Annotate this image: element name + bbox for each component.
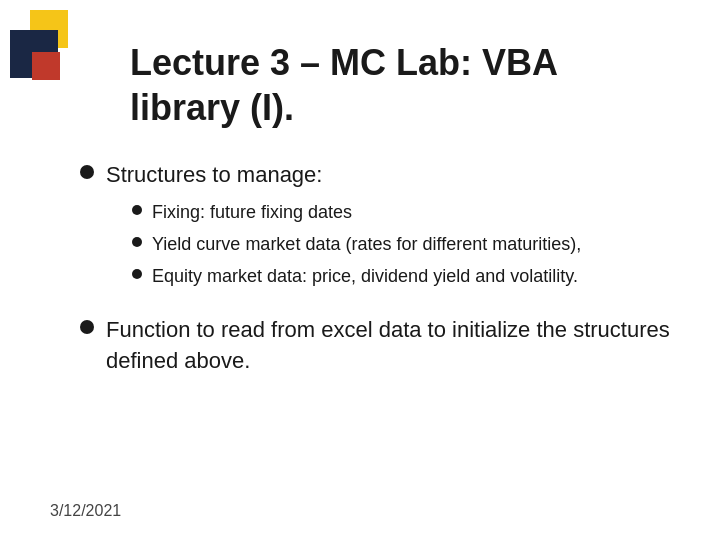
bullet-1-dot xyxy=(80,165,94,179)
date-text: 3/12/2021 xyxy=(50,502,121,519)
sub-bullets: Fixing: future fixing dates Yield curve … xyxy=(132,199,581,289)
slide-title: Lecture 3 – MC Lab: VBA library (I). xyxy=(130,40,670,130)
title-block: Lecture 3 – MC Lab: VBA library (I). xyxy=(130,40,670,130)
red-square xyxy=(32,52,60,80)
bullet-2: Function to read from excel data to init… xyxy=(80,315,670,377)
bullet-1-content: Structures to manage: Fixing: future fix… xyxy=(106,160,581,295)
title-line2: library (I). xyxy=(130,87,294,128)
date-footer: 3/12/2021 xyxy=(50,502,121,520)
decorative-squares xyxy=(0,0,90,110)
sub-bullet-2: Yield curve market data (rates for diffe… xyxy=(132,231,581,257)
sub-bullet-2-text: Yield curve market data (rates for diffe… xyxy=(152,231,581,257)
bullet-2-dot xyxy=(80,320,94,334)
slide-container: Lecture 3 – MC Lab: VBA library (I). Str… xyxy=(0,0,720,540)
sub-bullet-1: Fixing: future fixing dates xyxy=(132,199,581,225)
title-line1: Lecture 3 – MC Lab: VBA xyxy=(130,42,558,83)
bullet-1: Structures to manage: Fixing: future fix… xyxy=(80,160,670,295)
sub-bullet-2-dot xyxy=(132,237,142,247)
bullet-1-label: Structures to manage: xyxy=(106,160,581,191)
bullet-2-text: Function to read from excel data to init… xyxy=(106,315,670,377)
sub-bullet-1-dot xyxy=(132,205,142,215)
content-area: Structures to manage: Fixing: future fix… xyxy=(80,160,670,377)
sub-bullet-3-text: Equity market data: price, dividend yiel… xyxy=(152,263,578,289)
sub-bullet-3-dot xyxy=(132,269,142,279)
sub-bullet-1-text: Fixing: future fixing dates xyxy=(152,199,352,225)
sub-bullet-3: Equity market data: price, dividend yiel… xyxy=(132,263,581,289)
